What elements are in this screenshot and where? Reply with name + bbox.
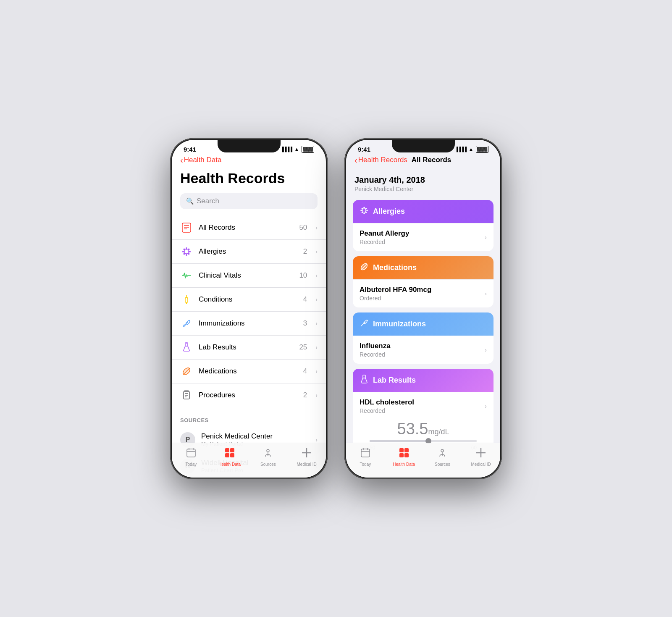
svg-rect-56 — [399, 448, 404, 452]
sources-header: SOURCES — [172, 407, 326, 427]
tab-today-label-right: Today — [360, 462, 371, 467]
allergies-cat-label: Allergies — [373, 207, 405, 216]
tab-medical-id-right[interactable]: Medical ID — [462, 447, 500, 467]
medical-id-icon-left — [301, 447, 312, 461]
svg-point-6 — [186, 254, 187, 256]
svg-rect-57 — [404, 448, 409, 452]
tab-sources-right[interactable]: Sources — [423, 447, 462, 467]
tab-sources-label-right: Sources — [435, 462, 450, 467]
hdl-info: HDL cholesterol Recorded — [360, 398, 485, 414]
list-item-medications[interactable]: Medications 4 › — [172, 360, 326, 383]
cat-medications-header: Medications — [353, 256, 494, 279]
svg-rect-15 — [186, 320, 190, 325]
tab-health-data-label-right: Health Data — [393, 462, 415, 467]
clinical-vitals-label: Clinical Vitals — [199, 271, 293, 280]
peanut-info: Peanut Allergy Recorded — [360, 229, 485, 245]
list-item-conditions[interactable]: Conditions 4 › — [172, 288, 326, 312]
nav-current-title: All Records — [412, 156, 451, 164]
svg-rect-49 — [364, 320, 367, 324]
lab-cat-icon — [360, 375, 369, 386]
clinical-vitals-chevron: › — [315, 272, 318, 279]
influenza-chevron: › — [485, 347, 487, 353]
phone-right: 9:41 ▐▐▐▐ ▲ ▓▓▓ ‹ Health Records All Rec… — [344, 138, 502, 479]
svg-point-45 — [362, 212, 363, 213]
notch-left — [218, 140, 281, 152]
procedures-count: 2 — [303, 391, 307, 399]
record-peanut-allergy[interactable]: Peanut Allergy Recorded › — [353, 223, 494, 251]
svg-point-11 — [188, 248, 190, 250]
immunizations-icon — [180, 317, 193, 330]
phone-left: 9:41 ▐▐▐▐ ▲ ▓▓▓ ‹ Health Data Health Rec… — [170, 138, 328, 479]
cat-allergies-header: Allergies — [353, 200, 494, 223]
svg-point-9 — [184, 248, 185, 250]
list-item-clinical-vitals[interactable]: Clinical Vitals 10 › — [172, 264, 326, 288]
tab-today-left[interactable]: Today — [172, 447, 210, 467]
time-right: 9:41 — [358, 146, 370, 153]
list-item-allergies[interactable]: Allergies 2 › — [172, 240, 326, 264]
immunizations-chevron: › — [315, 320, 318, 327]
search-bar-left[interactable]: 🔍 Search — [180, 193, 318, 209]
hdl-chart-value: 53.5mg/dL — [360, 414, 487, 440]
list-item-immunizations[interactable]: Immunizations 3 › — [172, 312, 326, 336]
svg-point-13 — [186, 302, 187, 304]
tab-health-data-left[interactable]: Health Data — [210, 447, 249, 467]
nav-bar-left: ‹ Health Data — [172, 155, 326, 168]
tab-sources-left[interactable]: Sources — [249, 447, 288, 467]
signal-icon-right: ▐▐▐▐ — [455, 147, 466, 152]
record-albuterol[interactable]: Albuterol HFA 90mcg Ordered › — [353, 279, 494, 307]
medications-label: Medications — [199, 367, 297, 375]
svg-rect-59 — [404, 453, 409, 457]
records-list: All Records 50 › — [172, 216, 326, 407]
back-button-left[interactable]: ‹ Health Data — [180, 155, 221, 165]
sources-icon-left — [262, 447, 273, 461]
tab-bar-left: Today Health Data Sources — [172, 443, 326, 478]
search-placeholder: Search — [197, 197, 219, 205]
lab-results-count: 25 — [299, 343, 307, 352]
svg-line-48 — [361, 322, 365, 326]
penick-chevron: › — [315, 436, 318, 443]
medications-icon — [180, 365, 193, 378]
range-bar — [370, 440, 477, 442]
all-records-count: 50 — [299, 223, 307, 232]
tab-medical-id-left[interactable]: Medical ID — [287, 447, 326, 467]
tab-today-right[interactable]: Today — [346, 447, 385, 467]
svg-rect-51 — [363, 375, 365, 378]
list-item-all-records[interactable]: All Records 50 › — [172, 216, 326, 240]
lab-results-icon — [180, 341, 193, 354]
screen-left: ‹ Health Data Health Records 🔍 Search — [172, 155, 326, 475]
hdl-chevron: › — [485, 403, 487, 410]
svg-rect-35 — [230, 453, 234, 457]
record-influenza[interactable]: Influenza Recorded › — [353, 336, 494, 364]
medications-chevron: › — [315, 368, 318, 375]
lab-results-chevron: › — [315, 344, 318, 351]
influenza-status: Recorded — [360, 351, 485, 358]
hdl-unit: mg/dL — [428, 428, 449, 436]
hdl-value: 53.5 — [397, 420, 428, 438]
svg-point-40 — [360, 210, 362, 211]
medications-count: 4 — [303, 367, 307, 375]
svg-point-8 — [189, 251, 191, 252]
penick-name: Penick Medical Center — [201, 432, 310, 441]
allergies-chevron: › — [315, 248, 318, 255]
peanut-status: Recorded — [360, 239, 485, 245]
conditions-count: 4 — [303, 295, 307, 304]
svg-point-12 — [184, 253, 185, 255]
health-data-icon-left — [224, 447, 235, 461]
allergies-icon — [180, 245, 193, 258]
back-text-left: Health Data — [184, 156, 222, 164]
svg-point-41 — [366, 210, 368, 211]
tab-medical-id-label-left: Medical ID — [297, 462, 317, 467]
albuterol-chevron: › — [485, 290, 487, 297]
back-button-right[interactable]: ‹ Health Records — [354, 155, 407, 165]
list-item-procedures[interactable]: Procedures 2 › — [172, 383, 326, 407]
tab-bar-right: Today Health Data Sources — [346, 443, 500, 478]
record-facility: Penick Medical Center — [354, 186, 492, 192]
list-item-lab-results[interactable]: Lab Results 25 › — [172, 336, 326, 360]
tab-health-data-right[interactable]: Health Data — [385, 447, 423, 467]
health-data-icon-right — [399, 447, 410, 461]
clinical-vitals-count: 10 — [299, 271, 307, 280]
conditions-label: Conditions — [199, 295, 297, 304]
procedures-icon — [180, 389, 193, 402]
svg-point-39 — [363, 213, 365, 214]
allergies-label: Allergies — [199, 247, 297, 256]
